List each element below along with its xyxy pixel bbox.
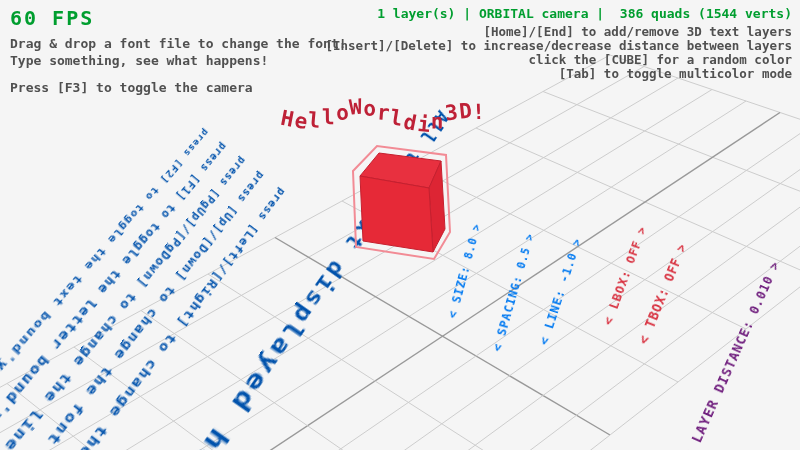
- title-char: n: [431, 109, 445, 133]
- title-char: i: [416, 112, 432, 137]
- title-char: l: [322, 105, 336, 129]
- fps-counter: 60 FPS: [10, 6, 94, 30]
- cube-front-face: [360, 176, 433, 252]
- title-char: W: [348, 94, 364, 119]
- title-char: !: [472, 100, 486, 124]
- hint-layer-distance-keys: [Insert]/[Delete] to increase/decrease d…: [325, 38, 792, 53]
- hint-toggle-camera: Press [F3] to toggle the camera: [10, 80, 253, 95]
- hint-toggle-multicolor: [Tab] to toggle multicolor mode: [559, 66, 792, 81]
- hint-drag-drop-font: Drag & drop a font file to change the fo…: [10, 36, 347, 51]
- status-line: 1 layer(s) | ORBITAL camera | 386 quads …: [377, 6, 792, 21]
- title-char: l: [307, 108, 323, 133]
- hint-add-remove-layers: [Home]/[End] to add/remove 3D text layer…: [483, 24, 792, 39]
- title-char: o: [363, 96, 377, 120]
- hint-click-cube: click the [CUBE] for a random color: [529, 52, 792, 67]
- hello-world-3d-text: Hello World in 3D!: [281, 100, 487, 131]
- raylib-text3d-window: press [F2] to toggle the text bound'y pr…: [0, 0, 800, 450]
- hint-type-something: Type something, see what happens!: [10, 53, 268, 68]
